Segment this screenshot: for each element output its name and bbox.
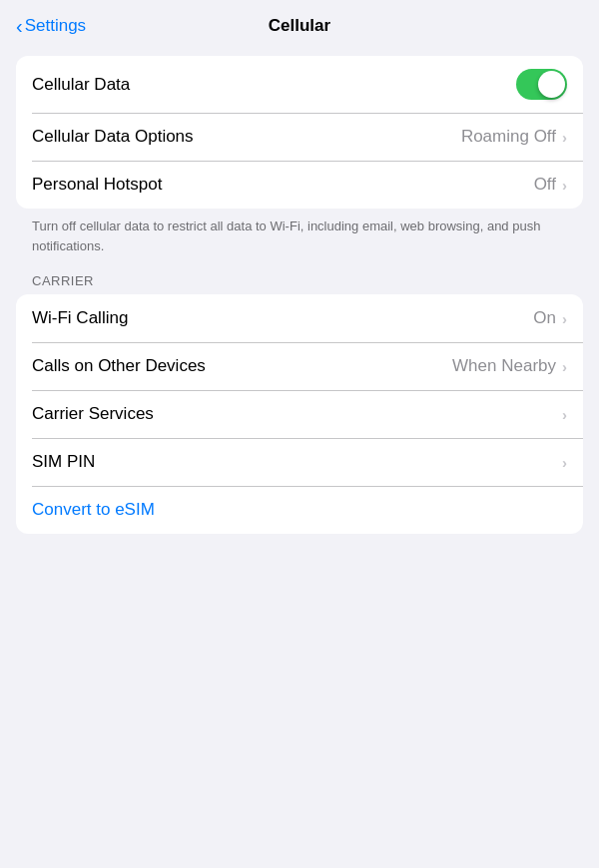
page-title: Cellular [269, 16, 330, 36]
carrier-section-group: Wi-Fi Calling On › Calls on Other Device… [16, 294, 583, 534]
wifi-calling-right: On › [533, 308, 567, 328]
sim-pin-right: › [562, 454, 567, 471]
carrier-services-right: › [562, 406, 567, 423]
cellular-data-options-value: Roaming Off [461, 127, 556, 147]
calls-other-devices-chevron-icon: › [562, 358, 567, 375]
cellular-data-row[interactable]: Cellular Data [16, 56, 583, 113]
toggle-thumb [538, 71, 565, 98]
main-section-group: Cellular Data Cellular Data Options Roam… [16, 56, 583, 209]
cellular-data-toggle[interactable] [516, 69, 567, 100]
convert-esim-label: Convert to eSIM [32, 500, 155, 520]
back-label: Settings [25, 16, 86, 36]
cellular-data-footnote: Turn off cellular data to restrict all d… [0, 209, 599, 267]
personal-hotspot-right: Off › [534, 175, 567, 195]
sim-pin-label: SIM PIN [32, 452, 95, 472]
wifi-calling-label: Wi-Fi Calling [32, 308, 128, 328]
cellular-data-options-chevron-icon: › [562, 129, 567, 146]
cellular-data-options-row[interactable]: Cellular Data Options Roaming Off › [16, 113, 583, 161]
sim-pin-chevron-icon: › [562, 454, 567, 471]
personal-hotspot-value: Off [534, 175, 556, 195]
convert-esim-row[interactable]: Convert to eSIM [16, 486, 583, 534]
carrier-services-row[interactable]: Carrier Services › [16, 390, 583, 438]
personal-hotspot-label: Personal Hotspot [32, 175, 162, 195]
wifi-calling-chevron-icon: › [562, 310, 567, 327]
cellular-data-label: Cellular Data [32, 75, 130, 95]
carrier-services-label: Carrier Services [32, 404, 154, 424]
calls-other-devices-value: When Nearby [452, 356, 556, 376]
cellular-data-options-label: Cellular Data Options [32, 127, 194, 147]
navigation-bar: ‹ Settings Cellular [0, 0, 599, 48]
sim-pin-row[interactable]: SIM PIN › [16, 438, 583, 486]
personal-hotspot-row[interactable]: Personal Hotspot Off › [16, 161, 583, 209]
carrier-services-chevron-icon: › [562, 406, 567, 423]
personal-hotspot-chevron-icon: › [562, 177, 567, 194]
back-button[interactable]: ‹ Settings [16, 16, 86, 36]
calls-other-devices-label: Calls on Other Devices [32, 356, 206, 376]
calls-other-devices-row[interactable]: Calls on Other Devices When Nearby › [16, 342, 583, 390]
wifi-calling-value: On [533, 308, 556, 328]
wifi-calling-row[interactable]: Wi-Fi Calling On › [16, 294, 583, 342]
carrier-section-header: CARRIER [0, 267, 599, 294]
back-chevron-icon: ‹ [16, 16, 23, 36]
cellular-data-options-right: Roaming Off › [461, 127, 567, 147]
settings-content: Cellular Data Cellular Data Options Roam… [0, 48, 599, 542]
calls-other-devices-right: When Nearby › [452, 356, 567, 376]
